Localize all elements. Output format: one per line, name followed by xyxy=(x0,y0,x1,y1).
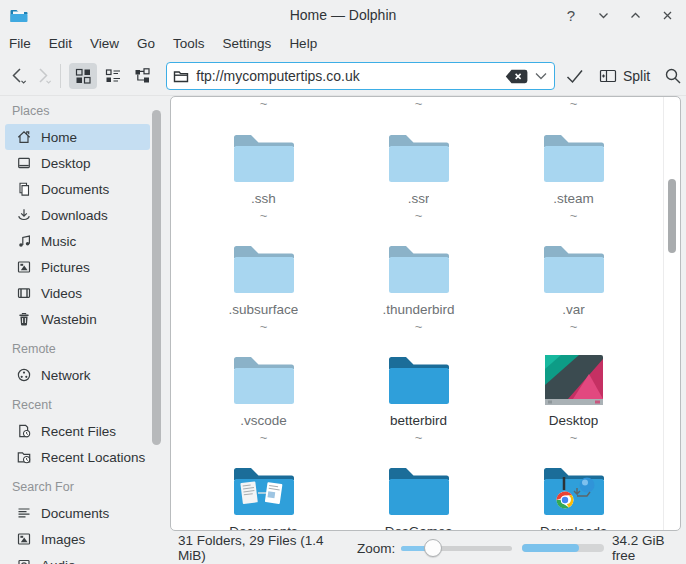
location-dropdown-icon[interactable] xyxy=(534,71,548,81)
file-subtitle: ~ xyxy=(415,208,423,226)
recent-files-icon xyxy=(16,423,32,439)
home-icon xyxy=(16,129,32,145)
view-scrollbar[interactable] xyxy=(668,179,676,253)
sidebar-item-label: Music xyxy=(41,234,76,249)
desktop-preview-icon xyxy=(545,353,603,405)
compact-view-button[interactable] xyxy=(99,63,127,89)
menu-file[interactable]: File xyxy=(0,30,40,57)
sidebar-item-label: Network xyxy=(41,368,91,383)
view-scrollbar-track[interactable] xyxy=(663,97,680,530)
file-item-documents[interactable]: Documents xyxy=(186,464,341,531)
location-bar[interactable]: ftp://mycomputertips.co.uk xyxy=(166,62,555,90)
pictures-icon xyxy=(16,259,32,275)
file-item-betterbird[interactable]: betterbird~ xyxy=(341,353,496,448)
file-name: DosGames xyxy=(385,522,453,531)
sidebar-item-label: Documents xyxy=(41,182,109,197)
window-controls: ? xyxy=(562,0,676,30)
file-name: Downloads xyxy=(540,522,607,531)
forward-button[interactable] xyxy=(32,63,54,89)
menu-go[interactable]: Go xyxy=(128,30,164,57)
zoom-slider-knob[interactable] xyxy=(424,539,442,557)
section-header-recent: Recent xyxy=(12,398,168,416)
sidebar-item-pictures[interactable]: Pictures xyxy=(5,254,150,280)
sidebar-item-images[interactable]: Images xyxy=(5,526,150,552)
file-subtitle: ~ xyxy=(570,319,578,337)
file-name: .ssr xyxy=(408,189,430,208)
file-grid: .ssh~.ssr~.steam~.subsurface~.thunderbir… xyxy=(186,131,651,531)
sidebar-item-network[interactable]: Network xyxy=(5,362,150,388)
file-subtitle: ~ xyxy=(415,430,423,448)
icons-view-button[interactable] xyxy=(69,63,97,89)
help-button[interactable]: ? xyxy=(562,6,580,24)
clipped-item-subtitle: ~ xyxy=(341,97,496,113)
sidebar-item-label: Videos xyxy=(41,286,82,301)
sidebar-item-recent-locations[interactable]: Recent Locations xyxy=(5,444,150,470)
file-subtitle: ~ xyxy=(260,319,268,337)
folder-hidden-icon xyxy=(543,131,605,183)
split-button[interactable]: Split xyxy=(595,63,654,89)
file-item-downloads[interactable]: Downloads xyxy=(496,464,651,531)
sidebar-item-downloads[interactable]: Downloads xyxy=(5,202,150,228)
clear-location-icon[interactable] xyxy=(505,69,528,84)
folder-hidden-icon xyxy=(233,131,295,183)
menu-edit[interactable]: Edit xyxy=(40,30,81,57)
file-name: .steam xyxy=(553,189,594,208)
file-name: .var xyxy=(562,300,585,319)
file-item-dot-vscode[interactable]: .vscode~ xyxy=(186,353,341,448)
file-name: .thunderbird xyxy=(382,300,454,319)
sidebar-item-recent-files[interactable]: Recent Files xyxy=(5,418,150,444)
file-item-dot-subsurface[interactable]: .subsurface~ xyxy=(186,242,341,337)
back-button[interactable] xyxy=(8,63,30,89)
pictures-icon xyxy=(16,531,32,547)
sidebar-item-label: Downloads xyxy=(41,208,108,223)
sidebar-scrollbar[interactable] xyxy=(152,110,161,445)
sidebar-item-music[interactable]: Music xyxy=(5,228,150,254)
menu-help[interactable]: Help xyxy=(280,30,326,57)
doc-lines-icon xyxy=(16,505,32,521)
accept-location-button[interactable] xyxy=(563,63,587,89)
clipped-item-subtitle: ~ xyxy=(496,97,651,113)
sidebar-item-videos[interactable]: Videos xyxy=(5,280,150,306)
menu-view[interactable]: View xyxy=(81,30,128,57)
maximize-button[interactable] xyxy=(626,6,644,24)
file-item-dot-var[interactable]: .var~ xyxy=(496,242,651,337)
items-summary: 31 Folders, 29 Files (1.4 MiB) xyxy=(178,533,343,563)
section-header-places: Places xyxy=(12,104,168,122)
documents-icon xyxy=(16,181,32,197)
menu-tools[interactable]: Tools xyxy=(164,30,214,57)
file-item-dot-steam[interactable]: .steam~ xyxy=(496,131,651,226)
details-view-button[interactable] xyxy=(129,63,157,89)
recent-locations-icon xyxy=(16,449,32,465)
search-button[interactable] xyxy=(660,63,686,89)
folder-icon xyxy=(388,353,450,405)
music-icon xyxy=(16,233,32,249)
file-item-desktop[interactable]: Desktop~ xyxy=(496,353,651,448)
file-name: .subsurface xyxy=(229,300,299,319)
minimize-button[interactable] xyxy=(594,6,612,24)
folder-documents-icon xyxy=(233,464,295,516)
sidebar-item-wastebin[interactable]: Wastebin xyxy=(5,306,150,332)
file-item-dot-ssr[interactable]: .ssr~ xyxy=(341,131,496,226)
dolphin-window: Home — Dolphin ? FileEditViewGoToolsSett… xyxy=(0,0,686,564)
folder-hidden-icon xyxy=(388,131,450,183)
videos-icon xyxy=(16,285,32,301)
close-button[interactable] xyxy=(658,6,676,24)
file-item-dot-ssh[interactable]: .ssh~ xyxy=(186,131,341,226)
download-icon xyxy=(16,207,32,223)
wastebin-icon xyxy=(16,311,32,327)
sidebar-item-label: Documents xyxy=(41,506,109,521)
location-input[interactable]: ftp://mycomputertips.co.uk xyxy=(196,68,505,84)
toolbar-separator xyxy=(60,64,61,88)
sidebar-item-audio[interactable]: Audio xyxy=(5,552,150,564)
file-item-dot-thunderbird[interactable]: .thunderbird~ xyxy=(341,242,496,337)
file-item-dosgames[interactable]: DosGames xyxy=(341,464,496,531)
sidebar-item-documents[interactable]: Documents xyxy=(5,176,150,202)
sidebar-item-home[interactable]: Home xyxy=(5,124,150,150)
menu-settings[interactable]: Settings xyxy=(214,30,281,57)
sidebar-item-desktop[interactable]: Desktop xyxy=(5,150,150,176)
network-icon xyxy=(16,367,32,383)
zoom-slider[interactable] xyxy=(401,539,512,557)
sidebar-item-documents[interactable]: Documents xyxy=(5,500,150,526)
sidebar-item-label: Recent Locations xyxy=(41,450,145,465)
clipped-row: ~~~ xyxy=(186,97,651,113)
